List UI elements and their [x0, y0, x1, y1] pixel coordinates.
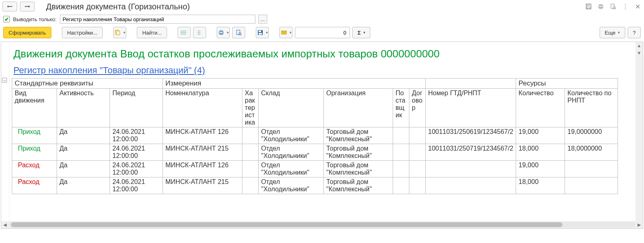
group-header-resources: Ресурсы — [516, 79, 618, 89]
nav-forward-button[interactable]: 🠖 — [20, 2, 35, 11]
cell-period: 24.06.2021 12:00:00 — [110, 127, 163, 144]
cell-activity: Да — [57, 177, 110, 194]
cell-contract — [409, 127, 426, 144]
cell-organization: Торговый дом "Комплексный" — [324, 127, 393, 144]
svg-rect-6 — [611, 4, 614, 9]
table-row[interactable]: ПриходДа24.06.2021 12:00:00МИНСК-АТЛАНТ … — [12, 127, 618, 144]
cell-move: Приход — [12, 127, 57, 144]
cell-qty: 18,000 — [516, 144, 565, 161]
filter-row: ✔ Выводить только: ... — [0, 13, 644, 25]
col-move-type: Вид движения — [12, 89, 57, 127]
cell-characteristic — [242, 161, 259, 177]
report-title: Движения документа Ввод остатков прослеж… — [12, 44, 643, 63]
close-icon[interactable]: ✕ — [633, 2, 642, 11]
cell-period: 24.06.2021 12:00:00 — [110, 161, 163, 177]
titlebar: 🠔 🠖 Движения документа (Горизонтально) ⋮… — [0, 0, 644, 13]
cell-characteristic — [242, 144, 259, 161]
cell-nomenclature: МИНСК-АТЛАНТ 215 — [163, 177, 242, 194]
nav-back-button[interactable]: 🠔 — [2, 2, 17, 11]
cell-activity: Да — [57, 127, 110, 144]
svg-rect-24 — [259, 31, 261, 32]
email-button[interactable]: ▾ — [279, 27, 292, 38]
cell-organization: Торговый дом "Комплексный" — [324, 161, 393, 177]
col-activity: Активность — [57, 89, 110, 127]
svg-rect-25 — [259, 33, 262, 35]
table-row[interactable]: ПриходДа24.06.2021 12:00:00МИНСК-АТЛАНТ … — [12, 144, 618, 161]
cell-period: 24.06.2021 12:00:00 — [110, 144, 163, 161]
cell-activity: Да — [57, 161, 110, 177]
col-contract: Договор — [409, 89, 426, 127]
more-button[interactable]: Еще▾ — [600, 27, 625, 38]
report-gutter: – — [1, 42, 9, 221]
cell-contract — [409, 144, 426, 161]
cell-organization: Торговый дом "Комплексный" — [324, 177, 393, 194]
variants-button[interactable]: ▾ — [113, 27, 126, 38]
cell-characteristic — [242, 177, 259, 194]
col-supplier: Поставщик — [393, 89, 409, 127]
settings-button[interactable]: Настройки... — [62, 27, 103, 38]
generate-button[interactable]: Сформировать — [3, 27, 51, 38]
save-report-button[interactable]: ▾ — [256, 27, 269, 38]
cell-warehouse: Отдел "Холодильники" — [259, 161, 324, 177]
cell-contract — [409, 161, 426, 177]
collapse-handle[interactable]: – — [2, 78, 7, 83]
svg-rect-4 — [600, 4, 602, 6]
col-gtd: Номер ГТД/РНПТ — [426, 89, 516, 127]
toolbar: Сформировать Настройки... ▾ Найти... ▾ ▾… — [0, 25, 644, 42]
col-qty: Количество — [516, 89, 565, 127]
col-qty-rnpt: Количество по РНПТ — [565, 89, 618, 127]
report-area: – ▲ ▼ Движения документа Ввод остатков п… — [1, 42, 643, 229]
group-header-dimensions: Измерения — [163, 79, 426, 89]
filter-checkbox[interactable]: ✔ — [3, 16, 10, 22]
cell-gtd — [426, 177, 516, 194]
cell-move: Расход — [12, 161, 57, 177]
preview-button[interactable] — [232, 27, 245, 38]
filter-label: Выводить только: — [13, 16, 57, 22]
cell-qty-rnpt: 18,0000000 — [565, 144, 618, 161]
register-link[interactable]: Регистр накопления "Товары организаций" … — [12, 63, 207, 78]
collapse-all-button[interactable] — [193, 27, 206, 38]
cell-gtd: 10011031/250719/1234567/2 — [426, 144, 516, 161]
cell-move: Расход — [12, 177, 57, 194]
col-nomenclature: Номенклатура — [163, 89, 242, 127]
cell-organization: Торговый дом "Комплексный" — [324, 144, 393, 161]
table-row[interactable]: РасходДа24.06.2021 12:00:00МИНСК-АТЛАНТ … — [12, 177, 618, 194]
group-header-standard: Стандартные реквизиты — [12, 79, 163, 89]
cell-gtd — [426, 161, 516, 177]
col-organization: Организация — [324, 89, 393, 127]
cell-supplier — [393, 161, 409, 177]
cell-supplier — [393, 144, 409, 161]
print-icon[interactable] — [597, 2, 605, 11]
cell-qty: 18,000 — [516, 177, 565, 194]
cell-warehouse: Отдел "Холодильники" — [259, 144, 324, 161]
cell-nomenclature: МИНСК-АТЛАНТ 215 — [163, 144, 242, 161]
cell-characteristic — [242, 127, 259, 144]
svg-line-8 — [615, 9, 616, 9]
horizontal-scrollbar[interactable]: ◀ ▶ — [1, 221, 643, 228]
cell-qty-rnpt: 19,0000000 — [565, 127, 618, 144]
sum-input[interactable] — [295, 27, 350, 38]
find-button[interactable]: Найти... — [137, 27, 167, 38]
filter-input[interactable] — [60, 15, 255, 24]
help-button[interactable]: ? — [628, 27, 641, 38]
cell-warehouse: Отдел "Холодильники" — [259, 127, 324, 144]
save-icon[interactable] — [585, 2, 593, 11]
group-header-gtd — [426, 79, 516, 89]
cell-period: 24.06.2021 12:00:00 — [110, 177, 163, 194]
table-row[interactable]: РасходДа24.06.2021 12:00:00МИНСК-АТЛАНТ … — [12, 161, 618, 177]
kebab-icon[interactable]: ⋮ — [621, 2, 629, 11]
svg-rect-2 — [587, 7, 590, 9]
cell-nomenclature: МИНСК-АТЛАНТ 126 — [163, 161, 242, 177]
print-button[interactable]: ▾ — [217, 27, 230, 38]
cell-contract — [409, 177, 426, 194]
svg-rect-20 — [237, 30, 240, 35]
col-characteristic: Характеристика — [242, 89, 259, 127]
preview-icon[interactable] — [609, 2, 617, 11]
filter-choose-button[interactable]: ... — [258, 15, 267, 24]
cell-supplier — [393, 177, 409, 194]
cell-qty: 19,000 — [516, 127, 565, 144]
svg-line-22 — [241, 35, 242, 35]
cell-gtd: 10011031/250619/1234567/2 — [426, 127, 516, 144]
expand-all-button[interactable] — [178, 27, 191, 38]
sigma-button[interactable]: Σ▾ — [352, 27, 370, 38]
